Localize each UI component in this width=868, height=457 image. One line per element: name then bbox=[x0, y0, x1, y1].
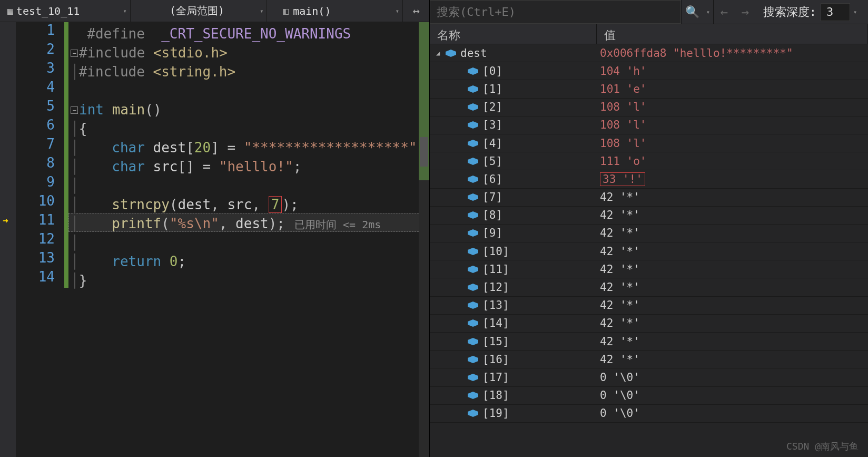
watch-item-row[interactable]: [6]33 '!' bbox=[430, 170, 868, 188]
svg-marker-11 bbox=[468, 248, 478, 255]
svg-marker-18 bbox=[468, 374, 478, 381]
watch-item-row[interactable]: [15]42 '*' bbox=[430, 333, 868, 351]
watch-item-row[interactable]: [18]0 '\0' bbox=[430, 387, 868, 405]
fold-toggle[interactable]: − bbox=[71, 106, 78, 114]
svg-marker-8 bbox=[468, 193, 478, 201]
svg-marker-15 bbox=[468, 319, 478, 327]
watch-item-row[interactable]: [10]42 '*' bbox=[430, 242, 868, 260]
line-number: 1 bbox=[16, 22, 55, 41]
tok-string: "*******************" bbox=[244, 140, 417, 155]
scope-label: (全局范围) bbox=[170, 4, 224, 18]
watch-item-row[interactable]: [13]42 '*' bbox=[430, 297, 868, 315]
file-dropdown[interactable]: ▦ test_10_11 ▾ bbox=[0, 0, 131, 22]
watch-item-row[interactable]: [3]108 'l' bbox=[430, 116, 868, 134]
var-value: 33 '!' bbox=[597, 173, 868, 186]
variable-icon bbox=[468, 121, 478, 129]
nav-back-button[interactable]: ← bbox=[714, 0, 735, 24]
variable-icon bbox=[446, 50, 456, 57]
watch-item-row[interactable]: [1]101 'e' bbox=[430, 80, 868, 98]
variable-icon bbox=[468, 392, 478, 399]
tok-string: "helllo!" bbox=[219, 159, 293, 174]
code-area[interactable]: #define _CRT_SECURE_NO_WARNINGS −#includ… bbox=[68, 22, 429, 457]
var-name: [12] bbox=[482, 281, 509, 294]
watch-item-row[interactable]: [2]108 'l' bbox=[430, 99, 868, 116]
var-name: [0] bbox=[482, 65, 502, 77]
function-dropdown[interactable]: ◧ main() ▾ bbox=[267, 0, 403, 22]
line-number: 6 bbox=[16, 117, 55, 136]
watch-item-row[interactable]: [0]104 'h' bbox=[430, 62, 868, 80]
breakpoint-gutter[interactable]: ➜ bbox=[0, 22, 16, 457]
var-name: [2] bbox=[482, 101, 502, 113]
fold-toggle[interactable]: − bbox=[71, 50, 78, 57]
var-value: 42 '*' bbox=[597, 263, 868, 276]
variable-icon bbox=[468, 374, 478, 381]
column-value[interactable]: 值 bbox=[597, 24, 868, 44]
search-input-wrapper[interactable] bbox=[430, 0, 681, 24]
tok-header: <string.h> bbox=[153, 64, 236, 80]
watch-item-row[interactable]: [9]42 '*' bbox=[430, 225, 868, 242]
var-value: 0 '\0' bbox=[597, 389, 868, 402]
watch-item-row[interactable]: [17]0 '\0' bbox=[430, 368, 868, 386]
svg-marker-10 bbox=[468, 229, 478, 237]
watch-item-row[interactable]: [16]42 '*' bbox=[430, 351, 868, 368]
watch-item-row[interactable]: [4]108 'l' bbox=[430, 134, 868, 152]
var-value: 104 'h' bbox=[597, 65, 868, 77]
execution-pointer-icon: ➜ bbox=[3, 215, 8, 226]
var-name: [5] bbox=[482, 155, 502, 168]
svg-marker-12 bbox=[468, 266, 478, 273]
variable-icon bbox=[468, 85, 478, 93]
var-name: [17] bbox=[482, 371, 509, 384]
tok-header: <stdio.h> bbox=[153, 45, 228, 61]
var-value: 111 'o' bbox=[597, 155, 868, 168]
svg-marker-14 bbox=[468, 302, 478, 309]
watch-item-row[interactable]: [5]111 'o' bbox=[430, 152, 868, 170]
watch-item-row[interactable]: [12]42 '*' bbox=[430, 278, 868, 296]
tok-keyword: char bbox=[112, 140, 145, 155]
line-number-gutter: 1 2 3 4 5 6 7 8 9 10 11 12 13 14 bbox=[16, 22, 64, 457]
highlighted-arg: 7 bbox=[269, 196, 282, 213]
variable-icon bbox=[468, 67, 478, 75]
var-value: 108 'l' bbox=[597, 101, 868, 113]
search-button[interactable]: 🔍 bbox=[681, 0, 703, 24]
var-name: [6] bbox=[482, 173, 502, 186]
editor-topbar: ▦ test_10_11 ▾ (全局范围) ▾ ◧ main() ▾ ↔ bbox=[0, 0, 429, 22]
line-number: 2 bbox=[16, 41, 55, 60]
var-value: 101 'e' bbox=[597, 83, 868, 95]
var-value: 108 'l' bbox=[597, 119, 868, 131]
watch-item-row[interactable]: [7]42 '*' bbox=[430, 189, 868, 207]
vertical-scrollbar[interactable] bbox=[419, 22, 429, 457]
watch-root-row[interactable]: ◢ dest 0x006ffda8 "helllo!*********" bbox=[430, 44, 868, 62]
line-number: 7 bbox=[16, 136, 55, 155]
svg-marker-17 bbox=[468, 356, 478, 363]
var-name: [16] bbox=[482, 353, 509, 366]
editor-body: ➜ 1 2 3 4 5 6 7 8 9 10 11 12 13 14 bbox=[0, 22, 429, 457]
editor-pane: ▦ test_10_11 ▾ (全局范围) ▾ ◧ main() ▾ ↔ ➜ 1… bbox=[0, 0, 430, 457]
line-number: 12 bbox=[16, 231, 55, 250]
var-value: 42 '*' bbox=[597, 353, 868, 366]
search-dropdown[interactable]: ▾ bbox=[703, 0, 714, 24]
var-value: 42 '*' bbox=[597, 227, 868, 239]
svg-marker-9 bbox=[468, 211, 478, 219]
expand-toggle-icon[interactable]: ◢ bbox=[436, 50, 443, 57]
var-name: [10] bbox=[482, 245, 509, 258]
split-button[interactable]: ↔ bbox=[403, 4, 429, 17]
depth-dropdown[interactable]: ▾ bbox=[853, 8, 863, 16]
watch-item-row[interactable]: [19]0 '\0' bbox=[430, 405, 868, 423]
depth-input[interactable]: 3 bbox=[821, 3, 850, 21]
watch-item-row[interactable]: [11]42 '*' bbox=[430, 260, 868, 278]
variable-icon bbox=[468, 356, 478, 363]
variable-icon bbox=[468, 338, 478, 345]
watch-item-row[interactable]: [8]42 '*' bbox=[430, 207, 868, 225]
column-name[interactable]: 名称 bbox=[430, 24, 597, 44]
line-number: 13 bbox=[16, 250, 55, 269]
var-value: 0 '\0' bbox=[597, 407, 868, 420]
variable-icon bbox=[468, 211, 478, 219]
scope-dropdown[interactable]: (全局范围) ▾ bbox=[131, 0, 268, 22]
svg-marker-6 bbox=[468, 158, 478, 165]
watch-item-row[interactable]: [14]42 '*' bbox=[430, 315, 868, 333]
search-input[interactable] bbox=[437, 5, 674, 18]
svg-marker-7 bbox=[468, 176, 478, 183]
svg-marker-13 bbox=[468, 284, 478, 291]
var-name: [11] bbox=[482, 263, 509, 276]
nav-forward-button[interactable]: → bbox=[735, 0, 756, 24]
